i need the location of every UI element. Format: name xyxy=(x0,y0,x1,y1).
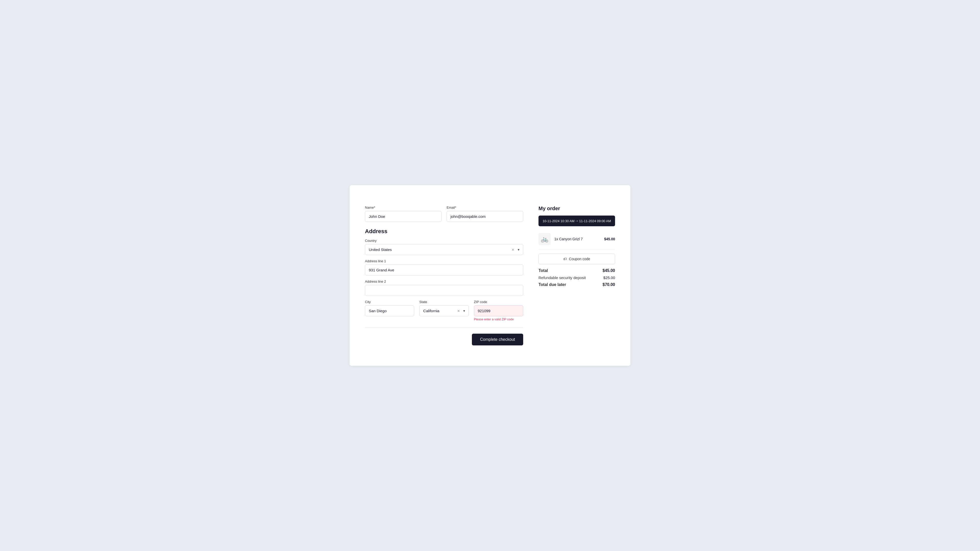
zip-input[interactable] xyxy=(474,305,523,316)
address2-input[interactable] xyxy=(365,285,523,296)
state-select-wrapper: ✕ ▼ xyxy=(419,305,469,316)
checkout-button-row: Complete checkout xyxy=(365,333,523,345)
address2-label: Address line 2 xyxy=(365,279,523,283)
country-field-group: Country ✕ ▼ xyxy=(365,239,523,255)
order-item: 🚲 1x Canyon Grizl 7 $45.00 xyxy=(538,230,615,249)
item-name: 1x Canyon Grizl 7 xyxy=(554,237,600,241)
state-label: State xyxy=(419,300,469,304)
city-field-group: City xyxy=(365,300,414,321)
form-section: Name* Email* Address Country ✕ ▼ Address… xyxy=(365,206,523,345)
name-email-row: Name* Email* xyxy=(365,206,523,222)
zip-error-message: Please enter a valid ZIP code xyxy=(474,318,523,321)
deposit-value: $25.00 xyxy=(603,275,615,280)
email-input[interactable] xyxy=(447,211,523,222)
email-label: Email* xyxy=(447,206,523,210)
total-row: Total $45.00 xyxy=(538,268,615,273)
deposit-row: Refundable security deposit $25.00 xyxy=(538,275,615,280)
zip-field-group: ZIP code Please enter a valid ZIP code xyxy=(474,300,523,321)
address1-label: Address line 1 xyxy=(365,259,523,263)
state-clear-button[interactable]: ✕ xyxy=(457,309,460,313)
due-later-row: Total due later $70.00 xyxy=(538,283,615,287)
address2-field-group: Address line 2 xyxy=(365,279,523,296)
checkout-page: Name* Email* Address Country ✕ ▼ Address… xyxy=(350,185,630,366)
city-input[interactable] xyxy=(365,305,414,316)
address-heading: Address xyxy=(365,228,523,235)
item-price: $45.00 xyxy=(604,237,615,241)
coupon-code-button[interactable]: 🏷 Coupon code xyxy=(538,254,615,264)
date-from: 10-11-2024 10:30 AM xyxy=(542,219,574,223)
order-title: My order xyxy=(538,206,615,211)
country-input[interactable] xyxy=(365,244,523,255)
date-arrow-icon: → xyxy=(575,219,579,223)
address1-input[interactable] xyxy=(365,265,523,275)
city-label: City xyxy=(365,300,414,304)
due-later-label: Total due later xyxy=(538,283,566,287)
coupon-icon: 🏷 xyxy=(563,257,567,261)
address1-field-group: Address line 1 xyxy=(365,259,523,275)
country-label: Country xyxy=(365,239,523,243)
order-totals: Total $45.00 Refundable security deposit… xyxy=(538,268,615,287)
email-field-group: Email* xyxy=(447,206,523,222)
total-value: $45.00 xyxy=(603,268,615,273)
coupon-label: Coupon code xyxy=(569,257,590,261)
state-field-group: State ✕ ▼ xyxy=(419,300,469,321)
item-image: 🚲 xyxy=(538,233,551,245)
deposit-label: Refundable security deposit xyxy=(538,275,586,280)
date-to: 11-11-2024 09:00 AM xyxy=(579,219,611,223)
city-state-zip-row: City State ✕ ▼ ZIP code Please enter a v… xyxy=(365,300,523,321)
name-input[interactable] xyxy=(365,211,442,222)
country-select-wrapper: ✕ ▼ xyxy=(365,244,523,255)
complete-checkout-button[interactable]: Complete checkout xyxy=(472,333,523,345)
state-input[interactable] xyxy=(419,305,469,316)
date-bar: 10-11-2024 10:30 AM → 11-11-2024 09:00 A… xyxy=(538,216,615,226)
due-later-value: $70.00 xyxy=(603,283,615,287)
name-field-group: Name* xyxy=(365,206,442,222)
country-clear-button[interactable]: ✕ xyxy=(511,248,514,252)
order-section: My order 10-11-2024 10:30 AM → 11-11-202… xyxy=(538,206,615,345)
name-label: Name* xyxy=(365,206,442,210)
total-label: Total xyxy=(538,268,548,273)
zip-label: ZIP code xyxy=(474,300,523,304)
